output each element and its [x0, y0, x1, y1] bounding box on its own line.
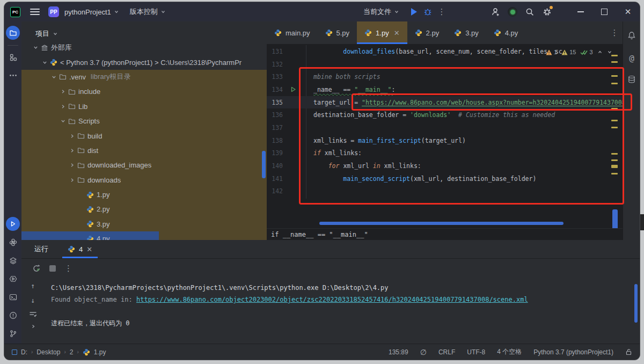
tree-scrollbar[interactable]	[262, 151, 266, 178]
settings-button[interactable]	[540, 5, 554, 19]
tree-item-.venv[interactable]: .venvlibrary根目录	[21, 70, 267, 84]
structure-tool-button[interactable]	[6, 50, 20, 64]
tab-5.py[interactable]: 5.py	[318, 21, 357, 44]
tab-4.py[interactable]: 4.py	[486, 21, 526, 44]
horizontal-scrollbar[interactable]	[319, 222, 564, 225]
maximize-button[interactable]	[592, 2, 616, 21]
stripe-mark[interactable]	[611, 159, 618, 161]
code-line-141[interactable]: 141main_second_script(xml_url, destinati…	[267, 172, 623, 185]
tree-item-lib[interactable]: Lib	[21, 99, 267, 114]
project-panel-header[interactable]: 项目	[21, 21, 267, 40]
chevron-right-icon[interactable]	[58, 89, 67, 94]
console-link[interactable]: https://www.86pano.com/object2023002/obj…	[136, 296, 528, 303]
tree-item-include[interactable]: include	[21, 84, 267, 99]
main-menu-icon[interactable]	[30, 9, 40, 15]
breadcrumb-item[interactable]: 1.py	[94, 348, 106, 356]
breadcrumb-item[interactable]: D:	[21, 348, 27, 356]
git-button[interactable]	[6, 326, 20, 340]
minimize-button[interactable]	[569, 2, 592, 21]
chevron-down-icon[interactable]	[58, 118, 67, 124]
project-tool-button[interactable]	[6, 26, 20, 40]
inspections-ok[interactable]: 3	[580, 49, 592, 55]
tree-item-scripts[interactable]: Scripts	[21, 114, 267, 128]
code-line-140[interactable]: 140for xml_url in xml_links:	[267, 159, 623, 172]
ai-assistant-button[interactable]: @	[625, 52, 638, 64]
tree-item-dist[interactable]: dist	[21, 143, 267, 158]
code-line-139[interactable]: 139if xml_links:	[267, 147, 623, 160]
code-line-133[interactable]: 133mbine both scripts	[267, 70, 623, 83]
prev-problem-button[interactable]	[597, 49, 603, 55]
tree-item-downloads[interactable]: downloads	[21, 173, 267, 187]
scroll-down-button[interactable]: ↓	[31, 296, 35, 304]
tree-item-4.py[interactable]: 4.py	[21, 231, 267, 240]
chevron-right-icon[interactable]	[68, 133, 76, 139]
chevron-down-icon[interactable]	[49, 74, 58, 80]
code-line-136[interactable]: 136destination_base_folder = 'downloads'…	[267, 108, 623, 121]
warnings-strong[interactable]: 1	[546, 49, 557, 55]
chevron-right-icon[interactable]	[68, 148, 76, 154]
tab-1.py[interactable]: 1.py✕	[357, 21, 407, 44]
code-line-142[interactable]: 142	[267, 185, 623, 198]
terminal-button[interactable]	[6, 290, 20, 304]
stripe-mark[interactable]	[611, 108, 618, 110]
project-selector[interactable]: pythonProject1	[64, 8, 119, 16]
close-icon[interactable]: ✕	[86, 245, 92, 253]
warnings-weak[interactable]: 15	[561, 49, 576, 55]
tab-options-button[interactable]: ⋮	[606, 21, 623, 44]
stripe-mark[interactable]	[611, 120, 618, 121]
run-anything-button[interactable]	[6, 272, 20, 286]
chevron-down-icon[interactable]	[31, 45, 40, 50]
stop-button[interactable]	[49, 265, 56, 272]
python-interpreter[interactable]: Python 3.7 (pythonProject1)	[533, 348, 613, 356]
tab-3.py[interactable]: 3.py	[447, 21, 486, 44]
tree-item-downloaded-images[interactable]: downloaded_images	[21, 158, 267, 172]
inspection-widget[interactable]: 1 15 3	[546, 47, 612, 57]
profile-button[interactable]	[506, 5, 519, 19]
vcs-selector[interactable]: 版本控制	[130, 7, 166, 17]
services-button[interactable]	[6, 253, 20, 267]
run-tab-4[interactable]: 4 ✕	[62, 240, 98, 258]
run-more-options[interactable]: ⋮	[64, 264, 72, 273]
stripe-mark[interactable]	[611, 75, 618, 77]
stripe-mark[interactable]	[611, 61, 618, 63]
file-encoding[interactable]: UTF-8	[467, 348, 485, 356]
python-console-button[interactable]	[6, 235, 20, 249]
code-line-135[interactable]: 135target_url = "https://www.86pano.com/…	[267, 96, 623, 109]
chevron-right-icon[interactable]	[58, 104, 67, 110]
stripe-mark[interactable]	[611, 165, 618, 168]
more-tool-windows-button[interactable]	[6, 68, 20, 82]
highlighting-level-icon[interactable]: ∅	[420, 348, 427, 356]
tree-item-3.py[interactable]: 3.py	[21, 217, 267, 231]
line-separator[interactable]: CRLF	[438, 348, 455, 356]
caret-position[interactable]: 135:89	[389, 348, 408, 356]
tab-2.py[interactable]: 2.py	[407, 21, 447, 44]
sticky-scope-line[interactable]: if __name__ == "__main__"	[267, 228, 623, 240]
code-line-134[interactable]: 134_name__ == "__main__":	[267, 83, 623, 96]
code-line-137[interactable]: 137	[267, 121, 623, 134]
tree-item--python-3.7-pythonproject1-c-users-2318-pycharmpr[interactable]: < Python 3.7 (pythonProject1) > C:\Users…	[21, 55, 267, 69]
tab-main.py[interactable]: main.py	[267, 21, 318, 44]
code-editor[interactable]: 131download_files(base_url, scene_num, s…	[267, 44, 623, 240]
close-button[interactable]: ✕	[616, 2, 640, 21]
code-line-132[interactable]: 132	[267, 58, 623, 71]
debug-button[interactable]	[421, 5, 435, 19]
breadcrumb-item[interactable]: 2	[70, 348, 74, 356]
unlock-icon[interactable]	[625, 348, 632, 355]
rerun-button[interactable]	[32, 264, 41, 273]
run-button[interactable]	[407, 5, 421, 19]
tree-item-1.py[interactable]: 1.py	[21, 187, 267, 202]
chevron-right-icon[interactable]	[68, 162, 76, 168]
stripe-mark[interactable]	[611, 127, 618, 128]
run-configuration-selector[interactable]: 当前文件	[363, 7, 399, 17]
search-everywhere-button[interactable]	[523, 5, 537, 19]
stripe-mark[interactable]	[611, 153, 618, 155]
problems-button[interactable]	[6, 308, 20, 322]
scroll-up-button[interactable]: ↑	[31, 282, 35, 290]
close-icon[interactable]: ✕	[394, 29, 400, 37]
chevron-down-icon[interactable]	[40, 60, 49, 65]
database-button[interactable]	[625, 73, 638, 86]
tree-item-build[interactable]: build	[21, 128, 267, 143]
next-problem-button[interactable]	[607, 49, 612, 55]
stripe-mark[interactable]	[611, 55, 618, 56]
notifications-button[interactable]	[625, 29, 638, 42]
